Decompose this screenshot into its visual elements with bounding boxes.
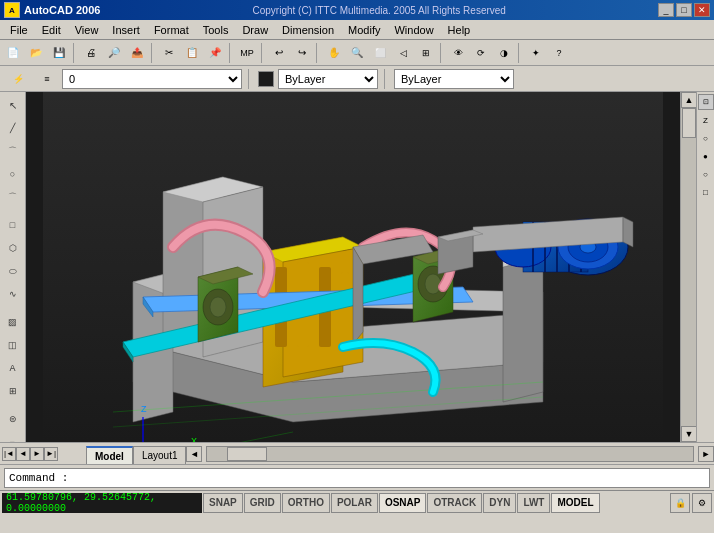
otrack-button[interactable]: OTRACK (427, 493, 482, 513)
named-views-button[interactable]: 👁 (447, 42, 469, 64)
osnap-button[interactable]: OSNAP (379, 493, 427, 513)
undo-button[interactable]: ↩ (268, 42, 290, 64)
redo-button[interactable]: ↪ (291, 42, 313, 64)
ortho-button[interactable]: ORTHO (282, 493, 330, 513)
command-input[interactable] (4, 468, 710, 488)
layer-state-button[interactable]: ≡ (36, 68, 58, 90)
layer-manager-button[interactable]: ⚡ (4, 68, 32, 90)
zoom-extents-button[interactable]: ⊞ (415, 42, 437, 64)
print-button[interactable]: 🖨 (80, 42, 102, 64)
menu-view[interactable]: View (69, 22, 105, 38)
polygon-tool[interactable]: ⬡ (2, 237, 24, 259)
insert-block-tool[interactable]: ⊞ (2, 380, 24, 402)
view-cube-top[interactable]: ⊡ (698, 94, 714, 110)
hscroll-right[interactable]: ► (698, 446, 714, 462)
render-button[interactable]: ✦ (525, 42, 547, 64)
view-cube-front[interactable]: Z (698, 112, 714, 128)
copy-button[interactable]: 📋 (181, 42, 203, 64)
snap-button[interactable]: SNAP (203, 493, 243, 513)
open-button[interactable]: 📂 (25, 42, 47, 64)
close-button[interactable]: ✕ (694, 3, 710, 17)
tab-nav-prev[interactable]: ◄ (16, 447, 30, 461)
offset-tool[interactable]: ⊜ (2, 408, 24, 430)
bottom-scroll-area: |◄ ◄ ► ►| Model Layout1 ◄ ► (0, 442, 714, 464)
text-tool[interactable]: A (2, 357, 24, 379)
horizontal-scrollbar[interactable] (206, 446, 694, 462)
title-bar: A AutoCAD 2006 Copyright (C) ITTC Multim… (0, 0, 714, 20)
hscroll-thumb[interactable] (227, 447, 267, 461)
scroll-down-button[interactable]: ▼ (681, 426, 697, 442)
window-controls: _ □ ✕ (658, 3, 710, 17)
menu-tools[interactable]: Tools (197, 22, 235, 38)
match-properties-button[interactable]: MP (236, 42, 258, 64)
menu-window[interactable]: Window (388, 22, 439, 38)
color-swatch (258, 71, 274, 87)
pan-right-button[interactable]: ○ (698, 166, 714, 182)
render-icon: ✦ (527, 44, 545, 62)
rectangle-tool[interactable]: □ (2, 214, 24, 236)
tab-nav-first[interactable]: |◄ (2, 447, 16, 461)
help-button[interactable]: ? (548, 42, 570, 64)
viewport[interactable]: 22.000 X Z Y 21.97 (26, 92, 680, 442)
zoom-realtime-button[interactable]: 🔍 (346, 42, 368, 64)
layout1-tab[interactable]: Layout1 (133, 446, 187, 464)
paste-button[interactable]: 📌 (204, 42, 226, 64)
ellipse-tool[interactable]: ⬭ (2, 260, 24, 282)
shade-button[interactable]: ◑ (493, 42, 515, 64)
orbit-button[interactable]: ● (698, 148, 714, 164)
menu-dimension[interactable]: Dimension (276, 22, 340, 38)
pick-tool[interactable]: ↖ (2, 94, 24, 116)
grid-button[interactable]: GRID (244, 493, 281, 513)
maximize-button[interactable]: □ (676, 3, 692, 17)
named-views-icon: 👁 (449, 44, 467, 62)
minimize-button[interactable]: _ (658, 3, 674, 17)
arc-tool[interactable]: ⌒ (2, 186, 24, 208)
hscroll-left[interactable]: ◄ (186, 446, 202, 462)
scroll-thumb[interactable] (682, 108, 696, 138)
linetype-dropdown[interactable]: ByLayer (394, 69, 514, 89)
model-button[interactable]: MODEL (551, 493, 599, 513)
menu-edit[interactable]: Edit (36, 22, 67, 38)
menu-insert[interactable]: Insert (106, 22, 146, 38)
zoom-window-button[interactable]: ⬜ (369, 42, 391, 64)
status-bar: 61.59780796, 29.52645772, 0.00000000 SNA… (0, 490, 714, 514)
3d-orbit-button[interactable]: ⟳ (470, 42, 492, 64)
cut-button[interactable]: ✂ (158, 42, 180, 64)
circle-tool[interactable]: ○ (2, 163, 24, 185)
undo-icon: ↩ (270, 44, 288, 62)
save-button[interactable]: 💾 (48, 42, 70, 64)
lock-icon[interactable]: 🔒 (670, 493, 690, 513)
menu-help[interactable]: Help (442, 22, 477, 38)
right-scrollbar: ▲ ▼ (680, 92, 696, 442)
publish-button[interactable]: 📤 (126, 42, 148, 64)
scroll-up-button[interactable]: ▲ (681, 92, 697, 108)
menu-format[interactable]: Format (148, 22, 195, 38)
menu-modify[interactable]: Modify (342, 22, 386, 38)
color-dropdown[interactable]: ByLayer (278, 69, 378, 89)
hatch-tool[interactable]: ▨ (2, 311, 24, 333)
region-tool[interactable]: ◫ (2, 334, 24, 356)
zoom-right-button[interactable]: □ (698, 184, 714, 200)
sep2 (384, 69, 388, 89)
menu-draw[interactable]: Draw (236, 22, 274, 38)
polar-button[interactable]: POLAR (331, 493, 378, 513)
zoom-previous-button[interactable]: ◁ (392, 42, 414, 64)
lwt-button[interactable]: LWT (517, 493, 550, 513)
tab-nav-next[interactable]: ► (30, 447, 44, 461)
dyn-button[interactable]: DYN (483, 493, 516, 513)
plot-preview-button[interactable]: 🔎 (103, 42, 125, 64)
fillet-tool[interactable]: ⌐ (2, 431, 24, 442)
scroll-track[interactable] (681, 108, 696, 426)
publish-icon: 📤 (128, 44, 146, 62)
menu-file[interactable]: File (4, 22, 34, 38)
model-tab[interactable]: Model (86, 446, 133, 464)
polyline-tool[interactable]: ⌒ (2, 140, 24, 162)
layer-dropdown[interactable]: 0 (62, 69, 242, 89)
view-cube-side[interactable]: ○ (698, 130, 714, 146)
new-button[interactable]: 📄 (2, 42, 24, 64)
tab-nav-last[interactable]: ►| (44, 447, 58, 461)
pan-button[interactable]: ✋ (323, 42, 345, 64)
spline-tool[interactable]: ∿ (2, 283, 24, 305)
line-tool[interactable]: ╱ (2, 117, 24, 139)
settings-icon[interactable]: ⚙ (692, 493, 712, 513)
